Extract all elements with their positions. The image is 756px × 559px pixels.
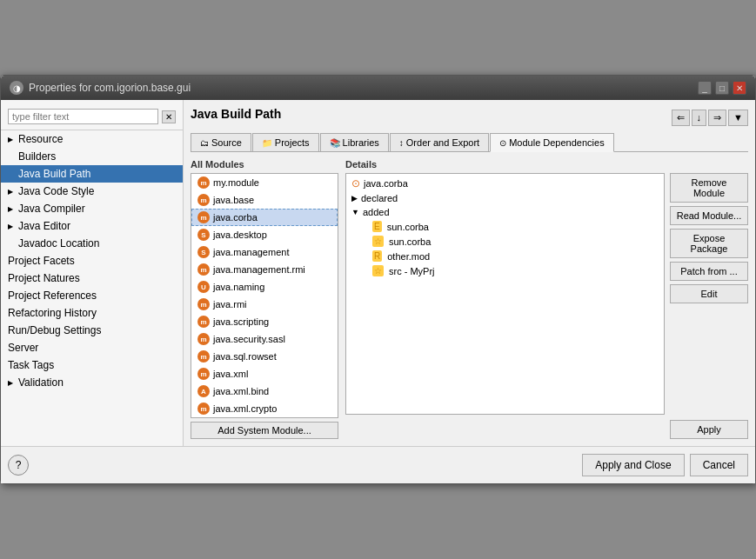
expand-icon: ▶ [8, 136, 13, 143]
details-header: Details [345, 159, 748, 170]
sidebar-item-project-references[interactable]: Project References [1, 287, 183, 304]
declared-expand-icon: ▶ [351, 194, 358, 203]
filter-clear-button[interactable]: ✕ [162, 110, 176, 123]
module-section: All Modules m my.module m java.base [191, 159, 748, 439]
nav-forward-button[interactable]: ⇒ [708, 110, 726, 126]
expose-package-button[interactable]: Expose Package [670, 229, 748, 258]
tree-item-declared[interactable]: ▶ declared [348, 191, 662, 205]
source-tab-icon: 🗂 [200, 138, 209, 148]
module-dep-tab-icon: ⊙ [499, 138, 506, 148]
module-item-java-base[interactable]: m java.base [191, 191, 338, 209]
tree-item-added[interactable]: ▼ added [348, 205, 662, 219]
module-item-java-xml-crypto[interactable]: m java.xml.crypto [191, 400, 338, 417]
apply-button[interactable]: Apply [670, 420, 748, 439]
sidebar-item-project-natures[interactable]: Project Natures [1, 270, 183, 287]
sidebar-item-builders[interactable]: Builders [1, 148, 183, 165]
tree-item-sun-corba-e[interactable]: E sun.corba [348, 219, 662, 234]
maximize-button[interactable]: □ [715, 81, 729, 95]
module-item-java-xml[interactable]: m java.xml [191, 365, 338, 383]
sidebar-item-server[interactable]: Server [1, 339, 183, 356]
order-export-tab-icon: ↕ [399, 138, 404, 148]
module-item-java-corba[interactable]: m java.corba [191, 209, 338, 226]
module-icon: m [197, 211, 210, 223]
filter-input[interactable] [8, 109, 158, 124]
module-item-java-management[interactable]: S java.management [191, 243, 338, 261]
apply-close-button[interactable]: Apply and Close [582, 454, 684, 476]
tree-item-src[interactable]: ☆ src - MyPrj [348, 263, 662, 278]
side-buttons: Remove Module Read Module... Expose Pack… [670, 173, 748, 415]
module-item-java-scripting[interactable]: m java.scripting [191, 313, 338, 330]
read-module-button[interactable]: Read Module... [670, 206, 748, 225]
module-item-java-management-rmi[interactable]: m java.management.rmi [191, 261, 338, 278]
minimize-button[interactable]: _ [698, 81, 712, 95]
add-system-module-button[interactable]: Add System Module... [191, 422, 338, 439]
sidebar-item-refactoring-history[interactable]: Refactoring History [1, 304, 183, 322]
sidebar-item-project-facets[interactable]: Project Facets [1, 252, 183, 270]
nav-dropdown-button[interactable]: ▼ [728, 110, 748, 126]
remove-module-button[interactable]: Remove Module [670, 173, 748, 203]
sun-corba-e-icon: E [372, 221, 382, 232]
patch-from-button[interactable]: Patch from ... [670, 262, 748, 281]
corba-module-icon: ⊙ [351, 177, 360, 190]
module-item-java-desktop[interactable]: S java.desktop [191, 226, 338, 243]
projects-tab-icon: 📁 [262, 138, 272, 148]
module-item-java-xml-bind[interactable]: A java.xml.bind [191, 383, 338, 400]
nav-down-button[interactable]: ↓ [692, 110, 707, 126]
module-item-java-security-sasl[interactable]: m java.security.sasl [191, 330, 338, 348]
window-title: Properties for com.igorion.base.gui [29, 82, 191, 94]
tab-module-dependencies[interactable]: ⊙ Module Dependencies [490, 133, 613, 152]
nav-back-button[interactable]: ⇐ [672, 110, 690, 126]
module-icon: m [197, 316, 210, 328]
module-icon: m [197, 350, 210, 363]
tree-item-java-corba[interactable]: ⊙ java.corba [348, 176, 662, 191]
module-icon: m [197, 263, 210, 276]
sidebar-item-javadoc-location[interactable]: Javadoc Location [1, 235, 183, 252]
module-icon: m [197, 194, 210, 206]
tab-order-export[interactable]: ↕ Order and Export [390, 133, 489, 151]
module-icon: S [197, 246, 210, 258]
tab-source[interactable]: 🗂 Source [191, 133, 251, 151]
tree-item-other-mod[interactable]: R other.mod [348, 249, 662, 263]
sun-corba-icon: ☆ [372, 236, 384, 247]
module-icon: m [197, 298, 210, 310]
bottom-right-buttons: Apply and Close Cancel [582, 454, 748, 476]
all-modules-header: All Modules [191, 159, 338, 170]
right-panel: Java Build Path ⇐ ↓ ⇒ ▼ 🗂 Source 📁 Proje… [184, 100, 755, 446]
cancel-button[interactable]: Cancel [690, 454, 748, 476]
sidebar-item-java-build-path[interactable]: Java Build Path [1, 165, 183, 183]
close-button[interactable]: ✕ [733, 81, 746, 95]
panel-title: Java Build Path [191, 107, 281, 121]
tab-libraries[interactable]: 📚 Libraries [320, 133, 389, 151]
details-tree: ⊙ java.corba ▶ declared ▼ adde [345, 173, 665, 415]
module-icon: S [197, 229, 210, 241]
sidebar-item-resource[interactable]: ▶ Resource [1, 130, 183, 148]
module-item-java-naming[interactable]: U java.naming [191, 278, 338, 296]
module-item-java-rmi[interactable]: m java.rmi [191, 296, 338, 313]
expand-icon: ▶ [8, 188, 13, 196]
sidebar-item-java-compiler[interactable]: ▶ Java Compiler [1, 200, 183, 217]
sidebar-item-java-editor[interactable]: ▶ Java Editor [1, 217, 183, 235]
title-bar: ◑ Properties for com.igorion.base.gui _ … [1, 76, 755, 100]
sidebar: ✕ ▶ Resource Builders Java Build Path [1, 100, 184, 446]
other-mod-icon: R [372, 250, 382, 262]
sidebar-item-validation[interactable]: ▶ Validation [1, 374, 183, 391]
title-bar-left: ◑ Properties for com.igorion.base.gui [10, 81, 191, 95]
main-area: ✕ ▶ Resource Builders Java Build Path [1, 100, 755, 446]
nav-arrows: ⇐ ↓ ⇒ ▼ [672, 110, 748, 126]
module-item-my-module[interactable]: m my.module [191, 174, 338, 191]
sidebar-item-task-tags[interactable]: Task Tags [1, 356, 183, 374]
tree-item-sun-corba[interactable]: ☆ sun.corba [348, 234, 662, 249]
sidebar-item-java-code-style[interactable]: ▶ Java Code Style [1, 183, 183, 200]
edit-button[interactable]: Edit [670, 284, 748, 303]
all-modules-col: All Modules m my.module m java.base [191, 159, 338, 439]
module-item-java-sql-rowset[interactable]: m java.sql.rowset [191, 348, 338, 365]
sidebar-item-run-debug-settings[interactable]: Run/Debug Settings [1, 322, 183, 339]
module-icon: m [197, 403, 210, 415]
src-icon: ☆ [372, 265, 384, 276]
tab-projects[interactable]: 📁 Projects [252, 133, 319, 151]
added-expand-icon: ▼ [351, 208, 359, 216]
details-col: Details ⊙ java.corba ▶ declared [345, 159, 748, 439]
bottom-bar: ? Apply and Close Cancel [1, 446, 755, 483]
modules-list: m my.module m java.base m java.corba [191, 173, 338, 418]
help-button[interactable]: ? [8, 455, 29, 476]
